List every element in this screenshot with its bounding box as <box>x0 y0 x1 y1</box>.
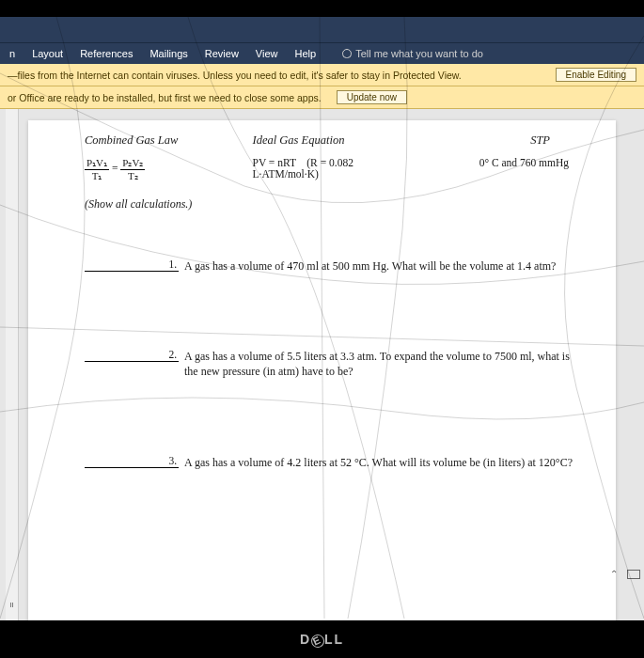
tab-references[interactable]: References <box>80 48 133 59</box>
document-page[interactable]: Combined Gas Law Ideal Gas Equation STP … <box>28 120 616 628</box>
ruler-mark: II <box>9 601 13 609</box>
protected-view-bar: —files from the Internet can contain vir… <box>0 64 644 86</box>
update-now-button[interactable]: Update now <box>337 90 407 104</box>
formula-ideal: PV = nRT (R = 0.082 L·ATM/mol·K) <box>253 157 411 182</box>
question-2: 2. A gas has a volume of 5.5 liters at 3… <box>85 349 578 379</box>
question-3-text: A gas has a volume of 4.2 liters at 52 °… <box>184 455 573 470</box>
ribbon-mode-icon[interactable]: ⌃ <box>610 569 618 579</box>
header-ideal: Ideal Gas Equation <box>253 133 411 148</box>
question-2-number: 2. <box>85 349 179 362</box>
title-bar <box>0 17 644 43</box>
question-2-text: A gas has a volume of 5.5 liters at 3.3 … <box>184 349 578 379</box>
tab-view[interactable]: View <box>256 48 278 59</box>
office-update-message: or Office are ready to be installed, but… <box>8 92 322 103</box>
question-1: 1. A gas has a volume of 470 ml at 500 m… <box>85 258 578 274</box>
question-3: 3. A gas has a volume of 4.2 liters at 5… <box>85 455 578 470</box>
document-canvas: II Combined Gas Law Ideal Gas Equation S… <box>0 109 644 628</box>
lightbulb-icon <box>342 49 352 58</box>
office-update-bar: or Office are ready to be installed, but… <box>0 86 644 109</box>
formula-combined: P₁V₁ T₁ = P₂V₂ T₂ <box>85 157 243 182</box>
formula-stp: 0° C and 760 mmHg <box>420 157 578 182</box>
header-stp: STP <box>420 133 578 148</box>
question-3-number: 3. <box>85 455 179 468</box>
ribbon-tabs: n Layout References Mailings Review View… <box>0 43 644 64</box>
tab-n[interactable]: n <box>9 48 15 59</box>
app-window: n Layout References Mailings Review View… <box>0 17 644 620</box>
tab-mailings[interactable]: Mailings <box>149 48 187 59</box>
column-headers: Combined Gas Law Ideal Gas Equation STP <box>85 133 578 148</box>
tell-me-label: Tell me what you want to do <box>355 48 483 59</box>
tab-review[interactable]: Review <box>205 48 239 59</box>
protected-view-message: —files from the Internet can contain vir… <box>8 70 462 81</box>
tell-me-search[interactable]: Tell me what you want to do <box>342 48 483 59</box>
status-bar-right: ⌃ <box>610 569 640 579</box>
question-1-number: 1. <box>85 258 179 272</box>
view-mode-icon[interactable] <box>627 570 640 579</box>
vertical-ruler: II <box>6 109 19 628</box>
question-1-text: A gas has a volume of 470 ml at 500 mm H… <box>184 258 556 274</box>
formula-row: P₁V₁ T₁ = P₂V₂ T₂ PV = nRT (R = 0.082 L·… <box>85 157 578 182</box>
laptop-bezel: DELL <box>0 620 644 658</box>
show-calculations-note: (Show all calculations.) <box>85 197 578 212</box>
tab-layout[interactable]: Layout <box>32 48 63 59</box>
enable-editing-button[interactable]: Enable Editing <box>556 68 637 82</box>
tab-help[interactable]: Help <box>295 48 317 59</box>
header-combined: Combined Gas Law <box>85 133 243 148</box>
dell-logo: DELL <box>300 632 344 648</box>
